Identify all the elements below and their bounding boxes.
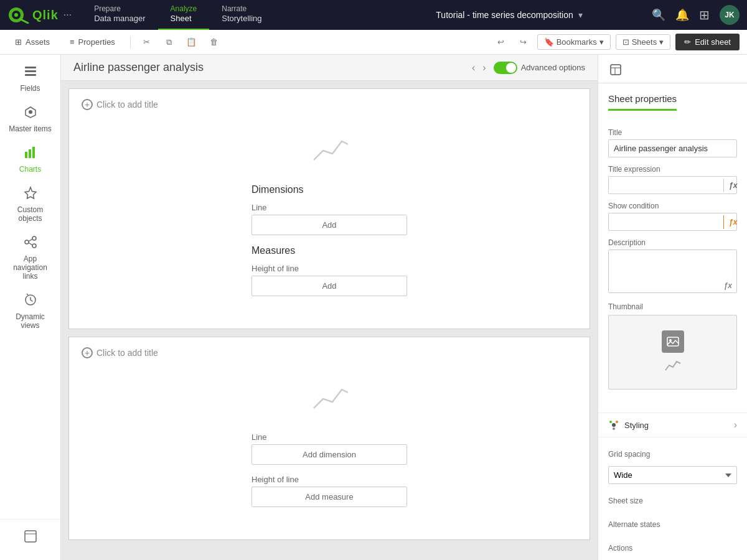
measures-section-2: Height of line Add measure	[251, 475, 407, 517]
custom-objects-icon	[24, 186, 37, 203]
grid-spacing-label: Grid spacing	[608, 450, 737, 459]
sidebar-item-charts[interactable]: Charts	[3, 141, 58, 179]
chart-line-icon-1	[311, 135, 348, 172]
dimensions-add-btn-2[interactable]: Add dimension	[251, 444, 407, 465]
sidebar-item-master-items[interactable]: Master items	[3, 100, 58, 138]
title-input[interactable]	[608, 139, 737, 157]
nav-tabs: Prepare Data manager Analyze Sheet Narra…	[82, 0, 367, 30]
grid-spacing-select[interactable]: Wide Medium Narrow	[608, 466, 737, 484]
svg-line-3	[21, 19, 28, 23]
copy-button[interactable]: ⧉	[161, 34, 178, 51]
grid-spacing-row: Wide Medium Narrow	[608, 461, 737, 489]
thumbnail-chart-icon	[664, 358, 682, 375]
top-nav: Qlik ··· Prepare Data manager Analyze Sh…	[0, 0, 747, 30]
svg-point-25	[609, 421, 612, 423]
svg-rect-6	[25, 74, 36, 76]
dynamic-views-icon	[24, 293, 37, 310]
svg-rect-8	[25, 152, 27, 158]
show-condition-fx-btn[interactable]: ƒx	[723, 215, 742, 229]
show-condition-input[interactable]	[609, 213, 723, 230]
measures-add-btn-1[interactable]: Add	[251, 276, 407, 296]
sheet-canvas: + Click to add title Dimensions Line Add	[61, 81, 598, 555]
tab-prepare[interactable]: Prepare Data manager	[82, 0, 157, 30]
cut-button[interactable]: ✂	[138, 34, 156, 51]
sheet-title: Airline passenger analysis	[73, 61, 204, 74]
show-condition-row: ƒx	[608, 213, 737, 231]
assets-button[interactable]: ⊞ Assets	[7, 35, 57, 49]
bell-icon[interactable]: 🔔	[675, 8, 689, 22]
sheets-chevron-icon: ▾	[659, 37, 664, 47]
description-fx-btn[interactable]: ƒx	[724, 281, 732, 290]
chart-placeholder-1: Dimensions Line Add Measures Height of l…	[82, 123, 577, 319]
tab-narrate[interactable]: Narrate Storytelling	[209, 0, 274, 30]
app-navigation-links-icon	[24, 235, 37, 252]
bookmarks-chevron-icon: ▾	[599, 37, 604, 47]
dimensions-section-1: Dimensions Line Add	[251, 184, 407, 245]
sidebar-item-custom-objects[interactable]: Custom objects	[3, 181, 58, 228]
right-panel-body: Sheet properties Title Title expression …	[598, 83, 747, 413]
search-icon[interactable]: 🔍	[652, 8, 665, 22]
styling-chevron-icon: ›	[734, 419, 737, 431]
title-label: Title	[608, 128, 737, 137]
dimensions-section-2: Line Add dimension	[251, 432, 407, 475]
title-expression-label: Title expression	[608, 165, 737, 174]
qlik-wordmark: Qlik	[32, 8, 59, 22]
content-area: Airline passenger analysis ‹ › Advanced …	[61, 55, 598, 560]
delete-button[interactable]: 🗑	[205, 34, 223, 51]
measures-add-btn-2[interactable]: Add measure	[251, 487, 407, 507]
svg-line-15	[29, 243, 32, 245]
sheet-next-button[interactable]: ›	[482, 62, 486, 73]
svg-point-27	[613, 427, 615, 430]
dimensions-add-btn-1[interactable]: Add	[251, 215, 407, 235]
sidebar-item-dynamic-views[interactable]: Dynamic views	[3, 288, 58, 335]
show-condition-label: Show condition	[608, 202, 737, 210]
add-title-btn-1[interactable]: + Click to add title	[82, 99, 577, 110]
tab-analyze[interactable]: Analyze Sheet	[158, 0, 210, 30]
title-expression-input[interactable]	[609, 177, 723, 194]
sheets-button[interactable]: ⊡ Sheets ▾	[616, 34, 670, 50]
bottom-icon	[24, 530, 37, 545]
sidebar-item-fields[interactable]: Fields	[3, 60, 58, 98]
grid-spacing-section: Grid spacing Wide Medium Narrow Sheet si…	[598, 437, 747, 560]
svg-rect-9	[29, 149, 31, 158]
main-toolbar: ⊞ Assets ≡ Properties ✂ ⧉ 📋 🗑 ↩ ↪ 🔖 Book…	[0, 30, 747, 55]
panel-layout-tab[interactable]	[606, 60, 626, 83]
toggle-control[interactable]	[494, 62, 517, 74]
sheet-prev-button[interactable]: ‹	[472, 62, 475, 73]
thumbnail-label: Thumbnail	[608, 302, 737, 311]
grid-icon[interactable]: ⊞	[699, 7, 710, 22]
sidebar-item-app-navigation-links[interactable]: App navigation links	[3, 230, 58, 286]
add-title-btn-2[interactable]: + Click to add title	[82, 347, 577, 358]
svg-point-2	[14, 13, 18, 17]
app-menu-button[interactable]: ···	[63, 9, 72, 21]
description-label: Description	[608, 238, 737, 247]
description-textarea[interactable]	[608, 250, 737, 293]
styling-row[interactable]: Styling ›	[598, 413, 747, 437]
title-chevron-icon: ▾	[578, 10, 583, 20]
measures-section-1: Measures Height of line Add	[251, 245, 407, 306]
svg-point-12	[32, 236, 36, 240]
bookmark-icon: 🔖	[544, 37, 554, 47]
svg-rect-5	[25, 70, 36, 72]
svg-point-13	[32, 244, 36, 248]
sidebar-bottom-icon[interactable]	[3, 525, 58, 550]
paste-button[interactable]: 📋	[183, 34, 200, 51]
redo-button[interactable]: ↪	[515, 34, 532, 51]
undo-button[interactable]: ↩	[492, 34, 510, 51]
app-title[interactable]: Tutorial - time series decomposition ▾	[367, 10, 652, 20]
advanced-options-toggle[interactable]: Advanced options	[494, 62, 585, 74]
thumbnail-box[interactable]	[608, 315, 737, 390]
properties-button[interactable]: ≡ Properties	[62, 35, 123, 49]
properties-icon: ≡	[70, 37, 75, 47]
svg-rect-10	[32, 147, 35, 158]
charts-icon	[24, 146, 37, 162]
chart-panel-2: + Click to add title Line Add dimension	[68, 337, 590, 540]
edit-sheet-button[interactable]: ✏ Edit sheet	[675, 34, 740, 50]
toolbar-right: ↩ ↪ 🔖 Bookmarks ▾ ⊡ Sheets ▾ ✏ Edit shee…	[492, 34, 740, 51]
actions-label: Actions	[608, 544, 737, 553]
title-expression-fx-btn[interactable]: ƒx	[723, 179, 742, 192]
user-avatar[interactable]: JK	[720, 5, 740, 25]
fields-icon	[24, 65, 37, 82]
bookmarks-button[interactable]: 🔖 Bookmarks ▾	[537, 34, 611, 50]
svg-rect-4	[25, 67, 36, 68]
